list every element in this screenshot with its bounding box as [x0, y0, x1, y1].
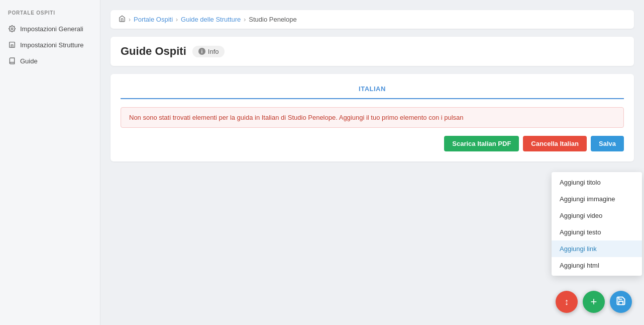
- dropdown-menu: Aggiungi titolo Aggiungi immagine Aggiun…: [552, 172, 642, 276]
- dropdown-item-html[interactable]: Aggiungi html: [552, 257, 642, 274]
- add-icon: +: [591, 295, 597, 308]
- sort-icon: ↕: [565, 297, 569, 307]
- svg-point-0: [11, 28, 13, 30]
- dropdown-item-titolo[interactable]: Aggiungi titolo: [552, 174, 642, 191]
- breadcrumb-separator: ›: [176, 16, 178, 23]
- info-badge[interactable]: i Info: [192, 46, 225, 57]
- add-fab-button[interactable]: +: [583, 291, 605, 313]
- breadcrumb: › Portale Ospiti › Guide delle Strutture…: [111, 10, 634, 29]
- save-button[interactable]: Salva: [591, 136, 624, 151]
- sidebar-item-guide[interactable]: Guide: [0, 53, 100, 69]
- breadcrumb-link-guide[interactable]: Guide delle Strutture: [181, 16, 241, 23]
- sidebar: PORTALE OSPITI Impostazioni Generali Imp…: [0, 0, 100, 325]
- breadcrumb-separator: ›: [129, 16, 131, 23]
- gear-icon: [8, 25, 16, 33]
- info-dot-icon: i: [198, 48, 205, 55]
- sort-fab-button[interactable]: ↕: [556, 291, 578, 313]
- download-pdf-button[interactable]: Scarica Italian PDF: [444, 136, 519, 151]
- save-icon: [616, 296, 626, 308]
- cancel-button[interactable]: Cancella Italian: [523, 136, 587, 151]
- breadcrumb-current: Studio Penelope: [249, 16, 296, 23]
- save-fab-button[interactable]: [610, 291, 632, 313]
- content-card: ITALIAN Non sono stati trovati elementi …: [111, 74, 634, 161]
- alert-text: Non sono stati trovati elementi per la g…: [129, 114, 464, 121]
- book-icon: [8, 57, 16, 65]
- sidebar-item-label: Impostazioni Strutture: [20, 41, 83, 49]
- language-tab-label: ITALIAN: [359, 85, 386, 93]
- sidebar-section-title: PORTALE OSPITI: [0, 10, 100, 21]
- alert-message: Non sono stati trovati elementi per la g…: [121, 107, 624, 128]
- breadcrumb-link-portale[interactable]: Portale Ospiti: [134, 16, 173, 23]
- building-icon: [8, 41, 16, 49]
- sidebar-item-impostazioni-strutture[interactable]: Impostazioni Strutture: [0, 37, 100, 53]
- home-icon[interactable]: [119, 15, 126, 24]
- sidebar-item-label: Impostazioni Generali: [20, 25, 83, 33]
- dropdown-item-video[interactable]: Aggiungi video: [552, 207, 642, 224]
- sidebar-item-label: Guide: [20, 57, 38, 65]
- page-title: Guide Ospiti: [121, 45, 186, 58]
- main-content: › Portale Ospiti › Guide delle Strutture…: [100, 0, 644, 325]
- breadcrumb-separator: ›: [244, 16, 246, 23]
- language-tab[interactable]: ITALIAN: [121, 84, 624, 99]
- dropdown-item-testo[interactable]: Aggiungi testo: [552, 224, 642, 240]
- sidebar-item-impostazioni-generali[interactable]: Impostazioni Generali: [0, 21, 100, 37]
- dropdown-item-immagine[interactable]: Aggiungi immagine: [552, 191, 642, 207]
- fab-container: ↕ +: [556, 291, 632, 313]
- info-badge-label: Info: [208, 48, 219, 55]
- button-row: Scarica Italian PDF Cancella Italian Sal…: [121, 136, 624, 151]
- dropdown-item-link[interactable]: Aggiungi link: [552, 240, 642, 257]
- page-header: Guide Ospiti i Info: [111, 37, 634, 66]
